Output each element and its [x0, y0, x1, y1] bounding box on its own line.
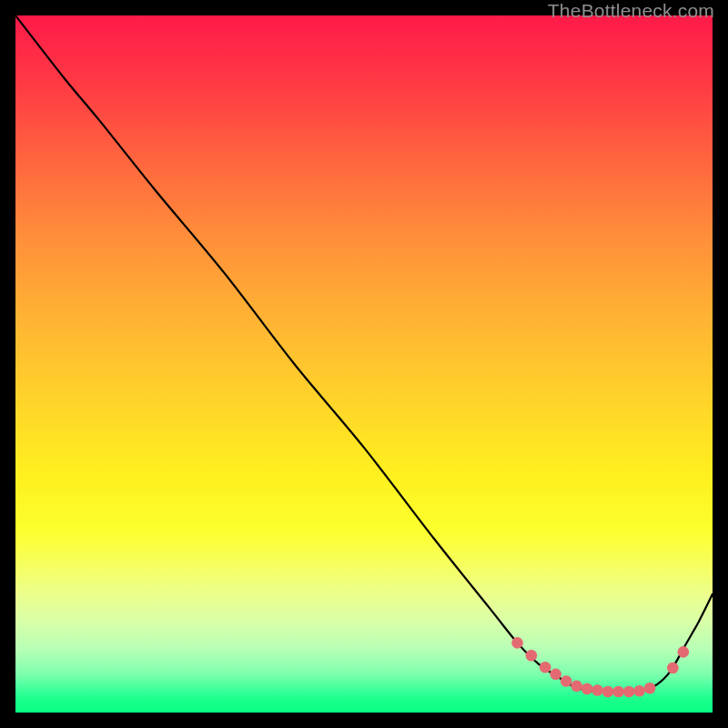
- data-marker: [511, 637, 523, 649]
- data-marker: [561, 675, 572, 687]
- data-marker: [623, 686, 635, 698]
- watermark-text: TheBottleneck.com: [548, 0, 714, 22]
- curve-path: [15, 15, 713, 692]
- data-marker: [602, 686, 614, 698]
- chart-stage: TheBottleneck.com: [0, 0, 728, 728]
- data-marker: [571, 681, 582, 693]
- marker-group: [511, 637, 689, 697]
- data-marker: [667, 662, 679, 674]
- data-marker: [550, 669, 561, 681]
- curve-group: [15, 15, 713, 692]
- data-marker: [633, 685, 645, 697]
- data-marker: [540, 662, 551, 673]
- data-marker: [526, 650, 538, 662]
- data-marker: [612, 686, 624, 698]
- data-marker: [592, 684, 603, 696]
- data-marker: [644, 682, 656, 694]
- data-marker: [678, 646, 690, 658]
- gradient-plot-area: [15, 15, 713, 713]
- data-marker: [581, 683, 593, 695]
- chart-svg: [15, 15, 713, 713]
